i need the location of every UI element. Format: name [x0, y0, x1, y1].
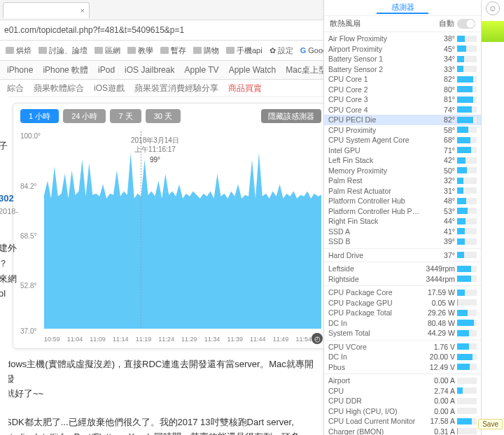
subnav-item[interactable]: 蘋果裝置消費經驗分享	[134, 83, 218, 94]
auto-switch[interactable]	[457, 19, 475, 29]
sensor-row[interactable]: CPU Core 280°	[324, 85, 481, 95]
sensor-name: Airport Proximity	[328, 45, 421, 53]
folder-icon	[193, 47, 202, 54]
sidebar-tab-sensors[interactable]: 感測器	[377, 2, 429, 14]
sensor-row[interactable]: System Total44.29 W	[324, 328, 481, 338]
sensor-row[interactable]: CPU VCore1.76 V	[324, 342, 481, 352]
nav-item[interactable]: iPod	[98, 65, 115, 75]
sensor-bar	[457, 137, 477, 143]
sensor-row[interactable]: SSD B39°	[324, 236, 481, 247]
sensor-name: Leftside	[328, 264, 421, 273]
sensor-row[interactable]: Airport Proximity45°	[324, 44, 481, 55]
bookmark-item[interactable]: 討論、論壇	[36, 44, 90, 57]
sensor-name: DC In	[328, 352, 421, 361]
sensor-name: CPU High (CPU, I/O)	[328, 407, 421, 415]
fan-header: 散熱風扇 自動	[324, 16, 481, 32]
subnav-item-active[interactable]: 商品買賣	[228, 83, 262, 94]
sensor-row[interactable]: DC In20.00 V	[324, 352, 481, 362]
sensor-value: 29.26 W	[421, 308, 457, 317]
sensor-list[interactable]: Air Flow Proximity38°Airport Proximity45…	[324, 32, 481, 435]
hide-sensor-button[interactable]: 隱藏該感測器	[261, 109, 321, 123]
sensor-row[interactable]: Leftside3449rpm	[324, 264, 481, 274]
sensor-bar	[457, 45, 477, 52]
sensor-row[interactable]: CPU System Agent Core68°	[324, 135, 481, 145]
sensor-row[interactable]: Right Fin Stack44°	[324, 216, 481, 227]
browser-tab[interactable]: ×	[3, 2, 90, 18]
sensor-bar	[457, 364, 477, 370]
sensor-row[interactable]: Rightside3444rpm	[324, 274, 481, 285]
sensor-row[interactable]: Air Flow Proximity38°	[324, 34, 481, 44]
close-icon[interactable]: ×	[80, 6, 85, 15]
sensor-row[interactable]: CPU2.74 A	[324, 386, 481, 397]
nav-item[interactable]: iOS Jailbreak	[125, 65, 174, 75]
sensor-row[interactable]: Platform Controller Hub PECI53°	[324, 206, 481, 217]
bookmark-item[interactable]: 暫存	[158, 44, 189, 57]
sensor-row[interactable]: CPU PECI Die82°	[324, 115, 481, 125]
sensor-row[interactable]: DC In80.48 W	[324, 318, 481, 329]
range-1h-button[interactable]: 1 小時	[20, 109, 59, 123]
settings-link[interactable]: ✿ 設定	[267, 44, 296, 57]
sensor-row[interactable]: CPU Core 474°	[324, 105, 481, 115]
line-chart[interactable]	[44, 131, 321, 329]
sensor-value: 34°	[421, 55, 457, 63]
sensor-bar	[457, 127, 477, 133]
sensor-name: CPU DDR	[328, 397, 421, 405]
sensor-row[interactable]: Pbus12.49 V	[324, 362, 481, 373]
sensor-name: Pbus	[328, 363, 421, 371]
nav-item[interactable]: Apple TV	[184, 65, 218, 75]
range-30d-button[interactable]: 30 天	[146, 109, 181, 123]
bookmark-item[interactable]: 手機api	[223, 44, 265, 57]
sensor-value: 17.58 A	[421, 417, 457, 425]
sensor-name: Left Fin Stack	[328, 156, 421, 164]
range-24h-button[interactable]: 24 小時	[63, 109, 106, 123]
sensor-row[interactable]: Memory Proximity50°	[324, 166, 481, 176]
subnav-item[interactable]: iOS遊戲	[94, 83, 125, 94]
sensor-row[interactable]: Left Fin Stack42°	[324, 155, 481, 166]
profile-icon[interactable]: ☺	[486, 1, 500, 15]
sensor-row[interactable]: Palm Rest32°	[324, 176, 481, 186]
sensor-row[interactable]: CPU Core 381°	[324, 94, 481, 105]
sensor-row[interactable]: Battery Sensor 233°	[324, 64, 481, 75]
sensor-bar	[457, 299, 477, 306]
bookmark-item[interactable]: 教學	[125, 44, 156, 57]
sensor-bar	[457, 290, 477, 296]
sensor-name: Battery Sensor 1	[328, 55, 421, 63]
nav-item[interactable]: iPhone	[7, 65, 33, 75]
range-7d-button[interactable]: 7 天	[110, 109, 141, 123]
sensor-bar	[457, 252, 477, 258]
bookmark-item[interactable]: 烘焙	[3, 44, 34, 57]
sensor-bar	[457, 320, 477, 326]
sensor-name: Memory Proximity	[328, 166, 421, 175]
clock-icon[interactable]: ◴	[312, 333, 323, 344]
sensor-row[interactable]: Platform Controller Hub48°	[324, 196, 481, 206]
sensor-row[interactable]: CPU High (CPU, I/O)0.00 A	[324, 406, 481, 417]
sensor-row[interactable]: CPU Load Current Monitor17.58 A	[324, 416, 481, 427]
bookmark-item[interactable]: 區網	[92, 44, 123, 57]
sensor-row[interactable]: Airport0.00 A	[324, 376, 481, 386]
sensor-row[interactable]: CPU Package Core17.59 W	[324, 287, 481, 298]
sensor-row[interactable]: Intel GPU71°	[324, 145, 481, 156]
sensor-row[interactable]: CPU Proximity58°	[324, 125, 481, 136]
sensor-row[interactable]: CPU DDR0.00 A	[324, 396, 481, 406]
sensor-bar	[457, 310, 477, 316]
sensor-row[interactable]: CPU Package GPU0.05 W	[324, 298, 481, 308]
sensor-row[interactable]: Hard Drive37°	[324, 250, 481, 261]
save-button[interactable]: Save	[478, 419, 503, 429]
nav-item[interactable]: iPhone 軟體	[43, 64, 88, 76]
sensor-row[interactable]: Charger (BMON)0.31 A	[324, 427, 481, 436]
sensor-value: 38°	[421, 34, 457, 43]
sensor-row[interactable]: Palm Rest Actuator31°	[324, 186, 481, 197]
subnav-item[interactable]: 綜合	[7, 83, 24, 94]
sensor-bar	[457, 36, 477, 42]
sensor-row[interactable]: CPU Package Total29.26 W	[324, 308, 481, 318]
sensor-row[interactable]: SSD A41°	[324, 227, 481, 237]
bookmark-item[interactable]: 購物	[190, 44, 222, 57]
sensor-row[interactable]: CPU Core 182°	[324, 74, 481, 85]
subnav-item[interactable]: 蘋果軟體綜合	[34, 83, 84, 94]
sensor-bar	[457, 398, 477, 404]
sensor-bar	[457, 117, 477, 123]
nav-item[interactable]: Apple Watch	[229, 65, 276, 75]
sensor-bar	[457, 97, 477, 103]
sensor-row[interactable]: Battery Sensor 134°	[324, 54, 481, 64]
sensor-name: Platform Controller Hub	[328, 197, 421, 205]
